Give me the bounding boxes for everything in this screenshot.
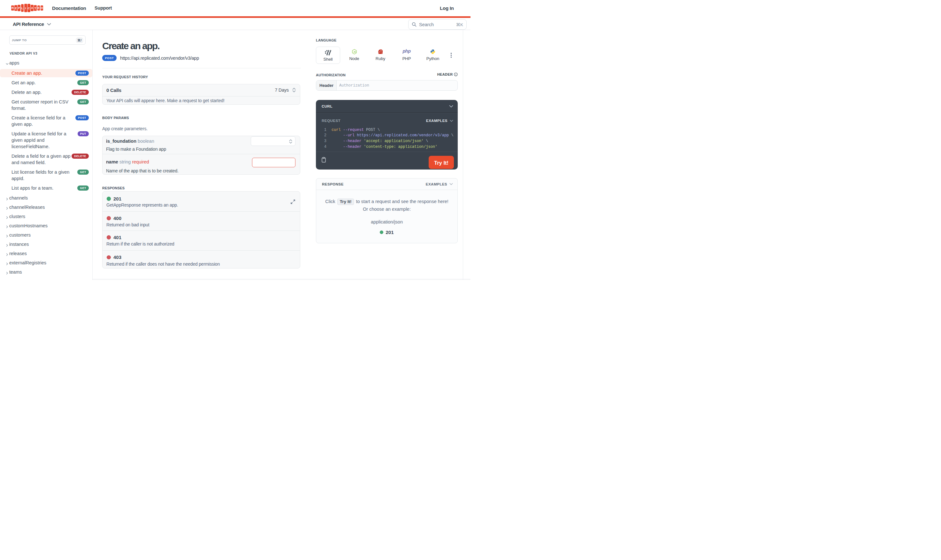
svg-text:JS: JS	[353, 51, 356, 53]
